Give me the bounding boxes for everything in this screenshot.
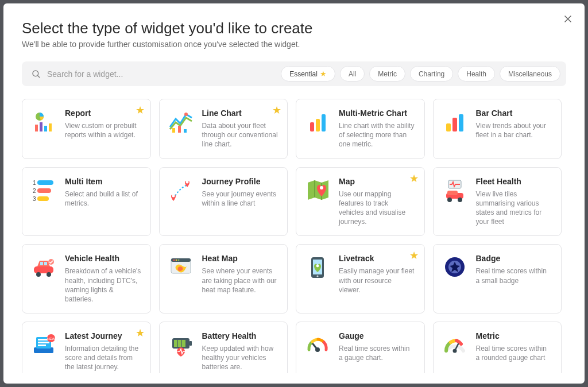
widget-card-multi-metric[interactable]: Multi-Metric ChartLine chart with the ab… <box>296 99 425 159</box>
bar-chart-icon <box>442 109 468 135</box>
card-title: Map <box>339 177 415 186</box>
card-body: LivetrackEasily manage your fleet with o… <box>339 254 415 304</box>
widget-card-line-chart[interactable]: ★Line ChartData about your fleet through… <box>159 99 288 159</box>
filter-group: Essential★AllMetricChartingHealthMiscell… <box>281 66 560 82</box>
widget-grid: ★ReportView custom or prebuilt reports w… <box>22 99 562 373</box>
card-title: Metric <box>476 331 552 340</box>
line-chart-icon <box>168 109 194 135</box>
multi-metric-icon <box>304 109 331 135</box>
search-filter-bar: Essential★AllMetricChartingHealthMiscell… <box>22 61 566 86</box>
card-body: Heat MapSee where your events are taking… <box>202 254 278 304</box>
svg-point-7 <box>184 113 188 116</box>
card-description: Real time scores within a small badge <box>476 266 552 285</box>
svg-point-44 <box>316 276 318 277</box>
svg-rect-3 <box>35 125 38 131</box>
card-title: Report <box>65 109 141 118</box>
card-title: Bar Chart <box>476 109 552 118</box>
search-wrap <box>28 69 274 79</box>
card-title: Vehicle Health <box>65 254 141 263</box>
vehicle-icon <box>30 254 57 280</box>
card-description: See your journey events within a line ch… <box>202 189 278 208</box>
card-description: Select and build a list of metrics. <box>65 189 141 208</box>
svg-rect-31 <box>34 266 53 273</box>
close-button[interactable] <box>560 11 575 26</box>
card-description: View live tiles summarising various stat… <box>476 189 552 227</box>
widget-card-battery[interactable]: Battery HealthKeep updated with how heal… <box>159 322 288 373</box>
card-body: Journey ProfileSee your journey events w… <box>202 177 278 227</box>
card-body: ReportView custom or prebuilt reports wi… <box>65 109 141 149</box>
filter-all[interactable]: All <box>340 66 365 82</box>
widget-card-multi-item[interactable]: 123Multi ItemSelect and build a list of … <box>22 167 151 237</box>
svg-point-45 <box>316 265 319 268</box>
card-title: Latest Journey <box>65 331 141 340</box>
filter-label: Health <box>466 70 486 78</box>
card-title: Multi Item <box>65 177 141 186</box>
widget-type-modal: Select the type of widget you'd like to … <box>3 3 585 384</box>
card-description: Information detailing the score and deta… <box>65 344 141 372</box>
star-icon: ★ <box>136 104 145 117</box>
svg-rect-20 <box>37 188 51 193</box>
card-title: Livetrack <box>339 254 415 263</box>
svg-rect-32 <box>40 262 43 265</box>
report-icon <box>30 109 57 135</box>
widget-card-vehicle[interactable]: Vehicle HealthBreakdown of a vehicle's h… <box>22 244 151 314</box>
filter-label: All <box>349 70 356 78</box>
svg-text:NEW: NEW <box>47 337 55 340</box>
multi-item-icon: 123 <box>30 177 57 203</box>
filter-miscellaneous[interactable]: Miscellaneous <box>500 66 560 82</box>
card-body: Fleet HealthView live tiles summarising … <box>476 177 552 227</box>
card-description: See where your events are taking place w… <box>202 266 278 295</box>
card-description: Breakdown of a vehicle's health, includi… <box>65 266 141 304</box>
filter-charting[interactable]: Charting <box>410 66 453 82</box>
card-body: MapUse our mapping features to track veh… <box>339 177 415 227</box>
card-title: Line Chart <box>202 109 278 118</box>
filter-label: Metric <box>378 70 397 78</box>
widget-grid-scroll[interactable]: ★ReportView custom or prebuilt reports w… <box>22 99 566 373</box>
battery-icon <box>168 331 194 358</box>
svg-rect-12 <box>316 119 320 131</box>
svg-rect-11 <box>310 122 314 131</box>
filter-health[interactable]: Health <box>458 66 495 82</box>
widget-card-report[interactable]: ★ReportView custom or prebuilt reports w… <box>22 99 151 159</box>
svg-rect-4 <box>40 122 42 131</box>
star-icon: ★ <box>320 69 327 78</box>
search-input[interactable] <box>47 69 274 79</box>
card-title: Badge <box>476 254 552 263</box>
widget-card-bar-chart[interactable]: Bar ChartView trends about your fleet in… <box>433 99 562 159</box>
widget-card-map[interactable]: ★MapUse our mapping features to track ve… <box>296 167 425 237</box>
filter-label: Essential <box>289 70 318 78</box>
svg-rect-58 <box>178 340 181 347</box>
widget-card-fleet-health[interactable]: Fleet HealthView live tiles summarising … <box>433 167 562 237</box>
widget-card-journey[interactable]: Journey ProfileSee your journey events w… <box>159 167 288 237</box>
search-icon <box>31 69 41 79</box>
map-icon <box>304 177 331 203</box>
card-description: Real time scores within a rounded gauge … <box>476 344 552 362</box>
widget-card-livetrack[interactable]: ★LivetrackEasily manage your fleet with … <box>296 244 425 314</box>
svg-rect-5 <box>44 126 47 131</box>
widget-card-metric[interactable]: MetricReal time scores within a rounded … <box>433 322 562 373</box>
filter-metric[interactable]: Metric <box>369 66 405 82</box>
card-description: View trends about your fleet in a bar ch… <box>476 121 552 140</box>
svg-rect-33 <box>44 262 47 265</box>
widget-card-latest-journey[interactable]: ★NEWLatest JourneyInformation detailing … <box>22 322 151 373</box>
svg-rect-59 <box>182 340 185 347</box>
svg-rect-6 <box>49 123 52 131</box>
modal-title: Select the type of widget you'd like to … <box>22 20 566 37</box>
livetrack-icon <box>304 254 331 280</box>
svg-point-29 <box>447 198 452 202</box>
svg-point-39 <box>173 260 175 261</box>
svg-point-34 <box>36 272 41 277</box>
svg-point-30 <box>458 198 462 202</box>
filter-label: Miscellaneous <box>508 70 552 78</box>
svg-rect-10 <box>184 129 187 133</box>
card-description: Use our mapping features to track vehicl… <box>339 189 415 227</box>
widget-card-heatmap[interactable]: Heat MapSee where your events are taking… <box>159 244 288 314</box>
card-title: Battery Health <box>202 331 278 340</box>
fleet-health-icon <box>442 177 468 203</box>
filter-label: Charting <box>419 70 444 78</box>
filter-essential[interactable]: Essential★ <box>281 66 335 82</box>
widget-card-badge[interactable]: BadgeReal time scores within a small bad… <box>433 244 562 314</box>
svg-rect-9 <box>178 126 181 133</box>
widget-card-gauge[interactable]: GaugeReal time scores within a gauge cha… <box>296 322 425 373</box>
card-body: BadgeReal time scores within a small bad… <box>476 254 552 304</box>
